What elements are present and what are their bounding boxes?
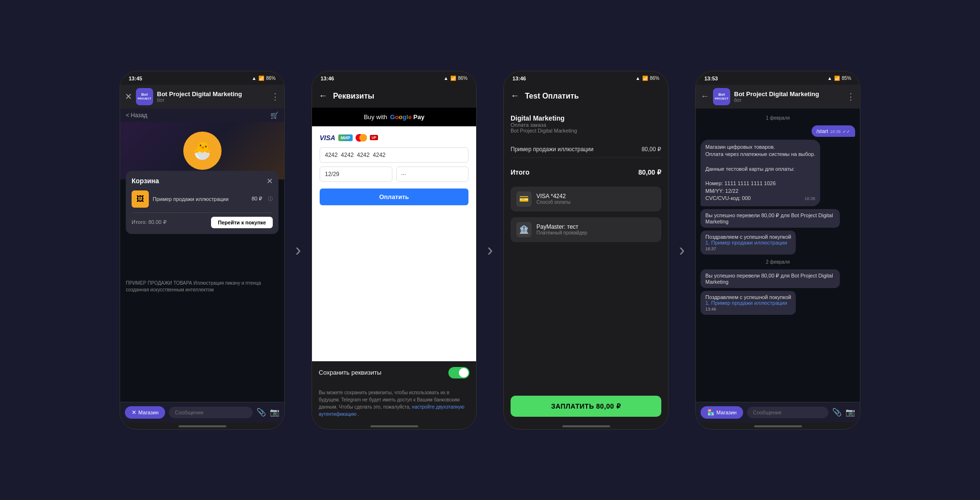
msg-out-start: /start 16:36 ✓✓ (701, 125, 855, 137)
order-item-price: 80,00 ₽ (642, 146, 661, 153)
gpay-banner[interactable]: Buy with Google Pay (312, 108, 476, 126)
bot-name-4: Bot Project Digital Marketing (734, 90, 843, 98)
message-input-1[interactable] (169, 407, 253, 418)
save-toggle[interactable] (448, 367, 469, 378)
shop-btn-1[interactable]: ✕ Магазин (125, 406, 165, 419)
shop-label-1: Магазин (138, 410, 158, 415)
cart-total-row: Итого: 80.00 ₽ Перейти к покупке (132, 212, 273, 228)
order-total-price: 80,00 ₽ (638, 168, 661, 176)
save-row: Сохранить реквизиты (312, 361, 476, 384)
attach-icon-1[interactable]: 📎 (256, 408, 266, 417)
pm-info-paymaster: PayMaster: тест Платёжный провайдер (536, 223, 587, 235)
back-nav-1: < Назад 🛒 (120, 109, 284, 122)
cart-close-btn[interactable]: ✕ (267, 177, 273, 186)
save-info-end: . (358, 411, 359, 417)
req-header: ← Реквизиты (312, 85, 476, 108)
msg-transfer-text-2: Вы успешно перевели 80,00 ₽ для Bot Proj… (705, 273, 833, 285)
header-info-4: Bot Project Digital Marketing бот (734, 90, 843, 103)
home-indicator-4 (754, 425, 802, 427)
status-time-4: 13:53 (704, 76, 718, 81)
bot-sub-1: бот (157, 98, 267, 103)
attach-icon-4[interactable]: 📎 (832, 408, 842, 417)
chat-bottom-4: 🏪 Магазин 📎 📷 (696, 402, 860, 422)
date-divider-2: 2 февраля (701, 259, 855, 265)
msg-bubble-start: /start 16:36 ✓✓ (812, 125, 855, 137)
status-icons-3: ▲ 📶 86% (635, 76, 659, 81)
status-time-3: 13:46 (512, 76, 526, 81)
msg-purchase-1: Поздравляем с успешной покупкой 1. Приме… (701, 231, 855, 255)
pm-desc-paymaster: Платёжный провайдер (536, 230, 587, 235)
msg-purchase-text-2: Поздравляем с успешной покупкой (705, 294, 791, 300)
date-divider-1: 1 февраля (701, 115, 855, 121)
chat-body-1: < Назад 🛒 🐣 Корзина ✕ 🖼 Пример продажи и… (120, 109, 284, 402)
msg-purchase-2: Поздравляем с успешной покупкой 1. Приме… (701, 291, 855, 315)
msg-bubble-in-1: Магазин цифровых товаров. Оплата через п… (701, 140, 820, 206)
paymaster-pm-icon: 🏦 (516, 222, 532, 237)
arrow-2: › (487, 240, 493, 260)
msg-transfer-text-1: Вы успешно перевели 80,00 ₽ для Bot Proj… (705, 212, 833, 224)
save-info: Вы можете сохранить реквизиты, чтобы исп… (312, 384, 476, 422)
arrow-3: › (679, 240, 685, 260)
msg-purchase-item-1: 1. Пример продажи иллюстрации (705, 240, 791, 245)
cart-item-price: 80 ₽ (252, 196, 262, 202)
home-indicator-2 (370, 425, 418, 427)
chat-messages-4: 1 февраля /start 16:36 ✓✓ Магазин цифров… (696, 109, 860, 402)
cart-checkout-btn[interactable]: Перейти к покупке (211, 217, 273, 228)
cart-total-label: Итого: 80.00 ₽ (132, 219, 167, 225)
card-cvv-input[interactable] (396, 167, 469, 182)
card-form: VISA МИР UP Оплатить (312, 126, 476, 361)
bot-sub-4: бот (734, 98, 843, 103)
msg-transfer-1: Вы успешно перевели 80,00 ₽ для Bot Proj… (701, 209, 855, 228)
tg-header-1: ✕ Bot PROJECT Bot Project Digital Market… (120, 85, 284, 109)
home-indicator-1 (178, 425, 226, 427)
cart-icon-1[interactable]: 🛒 (270, 111, 278, 119)
msg-purchase-item-2: 1. Пример продажи иллюстрации (705, 300, 791, 306)
back-btn-2[interactable]: ← (319, 91, 327, 101)
status-bar-1: 13:45 ▲ 📶 86% (120, 71, 284, 85)
promo-text: ПРИМЕР ПРОДАЖИ ТОВАРА Иллюстрация пикачу… (126, 280, 278, 293)
wifi-icon-2: ▲ (444, 76, 448, 81)
back-label-1[interactable]: < Назад (126, 112, 147, 119)
card-expiry-input[interactable] (320, 167, 392, 182)
bot-name-1: Bot Project Digital Marketing (157, 90, 267, 98)
avatar-1: Bot PROJECT (136, 88, 153, 105)
menu-icon-4[interactable]: ⋮ (846, 91, 855, 102)
pm-name-paymaster: PayMaster: тест (536, 223, 587, 230)
location-icon-4: ▲ (827, 76, 832, 81)
close-icon-1[interactable]: ✕ (125, 91, 132, 102)
tg-header-4: ← Bot PROJECT Bot Project Digital Market… (696, 85, 860, 109)
pm-name-visa: VISA *4242 (536, 193, 570, 200)
card-row (320, 167, 468, 182)
camera-icon-1[interactable]: 📷 (270, 408, 279, 417)
msg-text-in-1: Магазин цифровых товаров. Оплата через п… (705, 144, 815, 201)
wifi-icon-3: ▲ (635, 76, 640, 81)
status-icons-2: ▲ 📶 86% (444, 76, 468, 81)
payment-method-visa: 💳 VISA *4242 Способ оплаты (511, 187, 661, 211)
card-number-input[interactable] (320, 147, 468, 163)
merchant-info: Digital Marketing Оплата заказа Bot Proj… (511, 114, 661, 133)
pay-btn-2[interactable]: Оплатить (320, 189, 468, 205)
msg-success-1: Вы успешно перевели 80,00 ₽ для Bot Proj… (701, 209, 840, 228)
battery-1: 86% (266, 76, 276, 81)
camera-icon-4[interactable]: 📷 (846, 408, 855, 417)
shop-label-4: Магазин (716, 410, 736, 415)
msg-ticks-start: ✓✓ (843, 129, 850, 134)
shop-btn-4[interactable]: 🏪 Магазин (701, 406, 743, 419)
signal-icon: 📶 (258, 76, 264, 81)
msg-purchase-bubble-2: Поздравляем с успешной покупкой 1. Приме… (701, 291, 796, 315)
back-btn-3[interactable]: ← (511, 91, 519, 101)
pay-green-btn[interactable]: ЗАПЛАТИТЬ 80,00 ₽ (511, 396, 661, 417)
message-input-4[interactable] (747, 407, 828, 418)
cart-item-name: Пример продажи иллюстрации (153, 196, 248, 202)
menu-icon-1[interactable]: ⋮ (271, 91, 279, 102)
msg-text-start: /start (816, 128, 828, 134)
cart-overlay: Корзина ✕ 🖼 Пример продажи иллюстрации 8… (126, 171, 278, 234)
cart-header: Корзина ✕ (132, 177, 273, 186)
msg-purchase-time-1: 16:37 (705, 246, 716, 251)
msg-transfer-2: Вы успешно перевели 80,00 ₽ для Bot Proj… (701, 269, 855, 288)
msg-in-1: Магазин цифровых товаров. Оплата через п… (701, 140, 855, 206)
merchant-name: Digital Marketing (511, 114, 661, 122)
payment-header: ← Test Оплатить (504, 85, 668, 108)
save-label: Сохранить реквизиты (319, 369, 381, 376)
back-btn-4[interactable]: ← (701, 91, 709, 101)
